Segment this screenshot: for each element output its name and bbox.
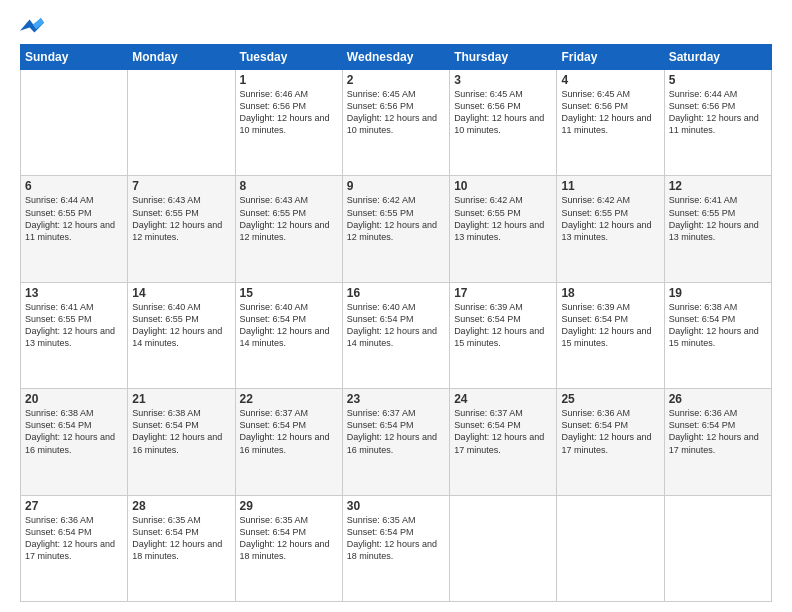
- calendar-cell: 26Sunrise: 6:36 AMSunset: 6:54 PMDayligh…: [664, 389, 771, 495]
- cell-info: Sunrise: 6:36 AMSunset: 6:54 PMDaylight:…: [25, 514, 123, 563]
- cell-day-number: 1: [240, 73, 338, 87]
- cell-day-number: 18: [561, 286, 659, 300]
- calendar-week-row: 27Sunrise: 6:36 AMSunset: 6:54 PMDayligh…: [21, 495, 772, 601]
- calendar-cell: [450, 495, 557, 601]
- cell-info: Sunrise: 6:38 AMSunset: 6:54 PMDaylight:…: [669, 301, 767, 350]
- cell-info: Sunrise: 6:38 AMSunset: 6:54 PMDaylight:…: [25, 407, 123, 456]
- cell-info: Sunrise: 6:38 AMSunset: 6:54 PMDaylight:…: [132, 407, 230, 456]
- cell-day-number: 11: [561, 179, 659, 193]
- calendar-cell: 13Sunrise: 6:41 AMSunset: 6:55 PMDayligh…: [21, 282, 128, 388]
- calendar-cell: [557, 495, 664, 601]
- day-header: Sunday: [21, 45, 128, 70]
- cell-info: Sunrise: 6:44 AMSunset: 6:56 PMDaylight:…: [669, 88, 767, 137]
- calendar-week-row: 13Sunrise: 6:41 AMSunset: 6:55 PMDayligh…: [21, 282, 772, 388]
- calendar-cell: 27Sunrise: 6:36 AMSunset: 6:54 PMDayligh…: [21, 495, 128, 601]
- day-header: Wednesday: [342, 45, 449, 70]
- cell-day-number: 25: [561, 392, 659, 406]
- calendar-cell: 10Sunrise: 6:42 AMSunset: 6:55 PMDayligh…: [450, 176, 557, 282]
- cell-info: Sunrise: 6:40 AMSunset: 6:54 PMDaylight:…: [240, 301, 338, 350]
- calendar-cell: [128, 70, 235, 176]
- cell-day-number: 23: [347, 392, 445, 406]
- cell-day-number: 5: [669, 73, 767, 87]
- calendar-week-row: 6Sunrise: 6:44 AMSunset: 6:55 PMDaylight…: [21, 176, 772, 282]
- cell-day-number: 4: [561, 73, 659, 87]
- calendar-week-row: 1Sunrise: 6:46 AMSunset: 6:56 PMDaylight…: [21, 70, 772, 176]
- calendar-cell: 17Sunrise: 6:39 AMSunset: 6:54 PMDayligh…: [450, 282, 557, 388]
- calendar-cell: 14Sunrise: 6:40 AMSunset: 6:55 PMDayligh…: [128, 282, 235, 388]
- header-row: SundayMondayTuesdayWednesdayThursdayFrid…: [21, 45, 772, 70]
- cell-day-number: 9: [347, 179, 445, 193]
- cell-info: Sunrise: 6:42 AMSunset: 6:55 PMDaylight:…: [561, 194, 659, 243]
- logo: [20, 16, 48, 36]
- day-header: Friday: [557, 45, 664, 70]
- cell-day-number: 22: [240, 392, 338, 406]
- calendar-cell: 18Sunrise: 6:39 AMSunset: 6:54 PMDayligh…: [557, 282, 664, 388]
- calendar-cell: 7Sunrise: 6:43 AMSunset: 6:55 PMDaylight…: [128, 176, 235, 282]
- calendar-week-row: 20Sunrise: 6:38 AMSunset: 6:54 PMDayligh…: [21, 389, 772, 495]
- cell-info: Sunrise: 6:36 AMSunset: 6:54 PMDaylight:…: [561, 407, 659, 456]
- calendar-cell: 5Sunrise: 6:44 AMSunset: 6:56 PMDaylight…: [664, 70, 771, 176]
- calendar-cell: 4Sunrise: 6:45 AMSunset: 6:56 PMDaylight…: [557, 70, 664, 176]
- cell-day-number: 21: [132, 392, 230, 406]
- day-header: Monday: [128, 45, 235, 70]
- cell-info: Sunrise: 6:45 AMSunset: 6:56 PMDaylight:…: [454, 88, 552, 137]
- cell-day-number: 6: [25, 179, 123, 193]
- cell-day-number: 26: [669, 392, 767, 406]
- cell-info: Sunrise: 6:41 AMSunset: 6:55 PMDaylight:…: [25, 301, 123, 350]
- calendar-cell: 19Sunrise: 6:38 AMSunset: 6:54 PMDayligh…: [664, 282, 771, 388]
- logo-icon: [20, 16, 44, 36]
- cell-info: Sunrise: 6:44 AMSunset: 6:55 PMDaylight:…: [25, 194, 123, 243]
- cell-day-number: 30: [347, 499, 445, 513]
- cell-info: Sunrise: 6:45 AMSunset: 6:56 PMDaylight:…: [347, 88, 445, 137]
- cell-day-number: 16: [347, 286, 445, 300]
- calendar-cell: 16Sunrise: 6:40 AMSunset: 6:54 PMDayligh…: [342, 282, 449, 388]
- cell-info: Sunrise: 6:45 AMSunset: 6:56 PMDaylight:…: [561, 88, 659, 137]
- cell-day-number: 20: [25, 392, 123, 406]
- calendar-cell: 6Sunrise: 6:44 AMSunset: 6:55 PMDaylight…: [21, 176, 128, 282]
- calendar-cell: [664, 495, 771, 601]
- calendar-cell: 21Sunrise: 6:38 AMSunset: 6:54 PMDayligh…: [128, 389, 235, 495]
- cell-day-number: 17: [454, 286, 552, 300]
- cell-info: Sunrise: 6:41 AMSunset: 6:55 PMDaylight:…: [669, 194, 767, 243]
- cell-info: Sunrise: 6:42 AMSunset: 6:55 PMDaylight:…: [347, 194, 445, 243]
- cell-day-number: 14: [132, 286, 230, 300]
- cell-day-number: 29: [240, 499, 338, 513]
- calendar-cell: 2Sunrise: 6:45 AMSunset: 6:56 PMDaylight…: [342, 70, 449, 176]
- calendar-cell: 12Sunrise: 6:41 AMSunset: 6:55 PMDayligh…: [664, 176, 771, 282]
- cell-info: Sunrise: 6:39 AMSunset: 6:54 PMDaylight:…: [561, 301, 659, 350]
- header: [20, 16, 772, 36]
- cell-info: Sunrise: 6:39 AMSunset: 6:54 PMDaylight:…: [454, 301, 552, 350]
- cell-info: Sunrise: 6:46 AMSunset: 6:56 PMDaylight:…: [240, 88, 338, 137]
- calendar-cell: 20Sunrise: 6:38 AMSunset: 6:54 PMDayligh…: [21, 389, 128, 495]
- cell-day-number: 12: [669, 179, 767, 193]
- calendar-table: SundayMondayTuesdayWednesdayThursdayFrid…: [20, 44, 772, 602]
- day-header: Saturday: [664, 45, 771, 70]
- cell-info: Sunrise: 6:42 AMSunset: 6:55 PMDaylight:…: [454, 194, 552, 243]
- cell-day-number: 8: [240, 179, 338, 193]
- cell-info: Sunrise: 6:40 AMSunset: 6:54 PMDaylight:…: [347, 301, 445, 350]
- calendar-cell: 15Sunrise: 6:40 AMSunset: 6:54 PMDayligh…: [235, 282, 342, 388]
- cell-day-number: 2: [347, 73, 445, 87]
- calendar-cell: 22Sunrise: 6:37 AMSunset: 6:54 PMDayligh…: [235, 389, 342, 495]
- calendar-cell: 8Sunrise: 6:43 AMSunset: 6:55 PMDaylight…: [235, 176, 342, 282]
- calendar-cell: 9Sunrise: 6:42 AMSunset: 6:55 PMDaylight…: [342, 176, 449, 282]
- calendar-cell: 28Sunrise: 6:35 AMSunset: 6:54 PMDayligh…: [128, 495, 235, 601]
- cell-info: Sunrise: 6:43 AMSunset: 6:55 PMDaylight:…: [132, 194, 230, 243]
- cell-info: Sunrise: 6:35 AMSunset: 6:54 PMDaylight:…: [132, 514, 230, 563]
- cell-day-number: 10: [454, 179, 552, 193]
- cell-info: Sunrise: 6:40 AMSunset: 6:55 PMDaylight:…: [132, 301, 230, 350]
- calendar-cell: 11Sunrise: 6:42 AMSunset: 6:55 PMDayligh…: [557, 176, 664, 282]
- cell-info: Sunrise: 6:37 AMSunset: 6:54 PMDaylight:…: [454, 407, 552, 456]
- cell-day-number: 13: [25, 286, 123, 300]
- page: SundayMondayTuesdayWednesdayThursdayFrid…: [0, 0, 792, 612]
- cell-info: Sunrise: 6:36 AMSunset: 6:54 PMDaylight:…: [669, 407, 767, 456]
- calendar-cell: 29Sunrise: 6:35 AMSunset: 6:54 PMDayligh…: [235, 495, 342, 601]
- calendar-cell: 24Sunrise: 6:37 AMSunset: 6:54 PMDayligh…: [450, 389, 557, 495]
- cell-day-number: 28: [132, 499, 230, 513]
- cell-info: Sunrise: 6:35 AMSunset: 6:54 PMDaylight:…: [240, 514, 338, 563]
- cell-info: Sunrise: 6:35 AMSunset: 6:54 PMDaylight:…: [347, 514, 445, 563]
- cell-day-number: 19: [669, 286, 767, 300]
- calendar-cell: 3Sunrise: 6:45 AMSunset: 6:56 PMDaylight…: [450, 70, 557, 176]
- cell-day-number: 7: [132, 179, 230, 193]
- cell-info: Sunrise: 6:43 AMSunset: 6:55 PMDaylight:…: [240, 194, 338, 243]
